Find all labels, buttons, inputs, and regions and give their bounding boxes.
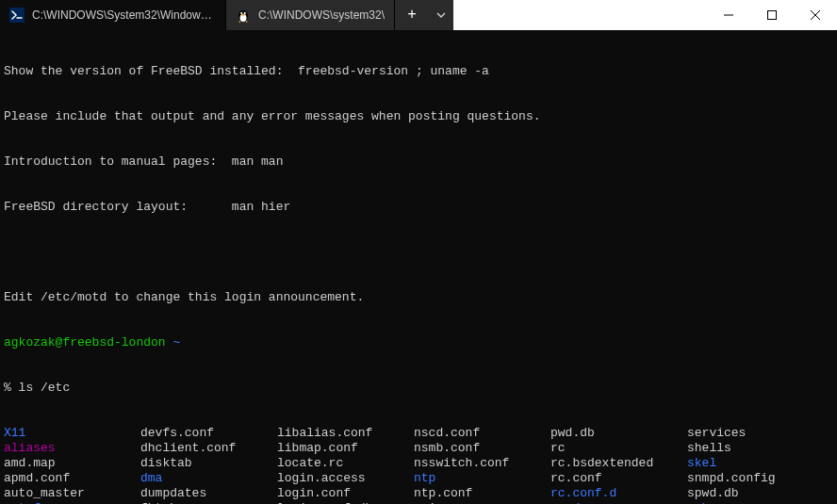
ls-item: X11 (4, 426, 140, 441)
tab-dropdown-button[interactable] (429, 0, 453, 30)
ls-item: locate.rc (277, 456, 414, 471)
ls-item: rc (550, 441, 687, 456)
ls-item: aliases (4, 441, 140, 456)
titlebar: C:\WINDOWS\System32\WindowsPowerShell\v1… (0, 0, 837, 30)
motd-line: Show the version of FreeBSD installed: f… (4, 64, 833, 79)
maximize-button[interactable] (750, 0, 794, 30)
svg-point-3 (240, 12, 242, 15)
motd-line: Please include that output and any error… (4, 109, 833, 124)
tab-title: C:\WINDOWS\System32\WindowsPowerShell\v1… (32, 8, 216, 22)
motd-line: Edit /etc/motd to change this login anno… (4, 290, 833, 305)
new-tab-button[interactable]: + (395, 0, 429, 30)
terminal-viewport[interactable]: Show the version of FreeBSD installed: f… (0, 30, 837, 504)
ls-item: rc.conf (550, 471, 687, 486)
tux-icon (236, 8, 251, 23)
chevron-down-icon (436, 10, 446, 20)
blank-line (4, 245, 833, 260)
command-line: % ls /etc (4, 381, 833, 396)
ls-item: spwd.db (687, 486, 824, 501)
tab-title: C:\WINDOWS\system32\ (258, 8, 385, 22)
prompt-line: agkozak@freebsd-london ~ (4, 335, 833, 350)
minimize-button[interactable] (707, 0, 750, 30)
prompt-userhost: agkozak@freebsd-london (4, 335, 166, 350)
ls-row: auto_masterdumpdateslogin.confntp.confrc… (4, 486, 833, 501)
motd-line: FreeBSD directory layout: man hier (4, 200, 833, 215)
ls-item: libmap.conf (277, 441, 414, 456)
ls-item: login.conf (277, 486, 414, 501)
ls-row: aliasesdhclient.conflibmap.confnsmb.conf… (4, 441, 833, 456)
ls-item: apmd.conf (4, 471, 140, 486)
tab-powershell[interactable]: C:\WINDOWS\System32\WindowsPowerShell\v1… (0, 0, 226, 30)
close-icon (811, 10, 820, 20)
ls-item: nsswitch.conf (414, 456, 550, 471)
ls-row: X11devfs.conflibalias.confnscd.confpwd.d… (4, 426, 833, 441)
powershell-icon (9, 8, 25, 23)
ls-item: devfs.conf (140, 426, 277, 441)
ls-item: login.access (277, 471, 414, 486)
svg-point-5 (242, 14, 245, 16)
ls-item: nsmb.conf (414, 441, 550, 456)
ls-item: snmpd.config (687, 471, 824, 486)
prompt-path: ~ (166, 335, 181, 350)
ls-item: libalias.conf (277, 426, 414, 441)
ls-item: dhclient.conf (140, 441, 277, 456)
ls-item: auto_master (4, 486, 140, 501)
ls-item: disktab (140, 456, 277, 471)
ls-item: dma (140, 471, 277, 486)
tab-linux[interactable]: C:\WINDOWS\system32\ (226, 0, 395, 30)
ls-item: rc.bsdextended (550, 456, 687, 471)
svg-rect-7 (768, 11, 777, 20)
close-button[interactable] (794, 0, 837, 30)
ls-item: dumpdates (140, 486, 277, 501)
ls-item: ntp (414, 471, 550, 486)
ls-item: amd.map (4, 456, 140, 471)
minimize-icon (724, 10, 733, 20)
tab-strip: C:\WINDOWS\System32\WindowsPowerShell\v1… (0, 0, 453, 30)
maximize-icon (767, 10, 777, 20)
ls-item: shells (687, 441, 824, 456)
ls-item: skel (687, 456, 824, 471)
titlebar-drag-area[interactable] (453, 0, 707, 30)
window-controls (707, 0, 837, 30)
ls-item: nscd.conf (414, 426, 550, 441)
svg-point-4 (244, 12, 246, 15)
ls-output: X11devfs.conflibalias.confnscd.confpwd.d… (4, 426, 833, 504)
ls-item: rc.conf.d (550, 486, 687, 501)
ls-item: ntp.conf (414, 486, 550, 501)
ls-item: services (687, 426, 824, 441)
ls-row: amd.mapdisktablocate.rcnsswitch.confrc.b… (4, 456, 833, 471)
ls-item: pwd.db (550, 426, 687, 441)
motd-line: Introduction to manual pages: man man (4, 154, 833, 170)
ls-row: apmd.confdmalogin.accessntprc.confsnmpd.… (4, 471, 833, 486)
